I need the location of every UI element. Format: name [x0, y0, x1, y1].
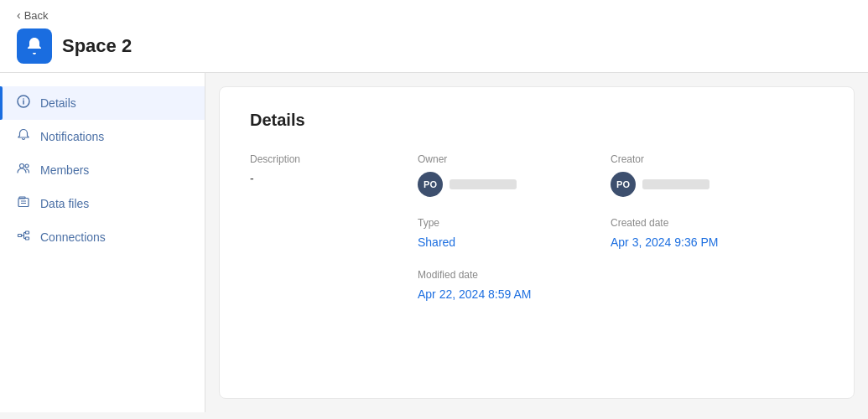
- sidebar-item-label: Notifications: [40, 130, 104, 143]
- sidebar-item-connections[interactable]: Connections: [0, 220, 205, 254]
- sidebar-item-label: Members: [40, 163, 89, 177]
- sidebar-item-label: Connections: [40, 230, 106, 244]
- svg-point-3: [20, 164, 24, 168]
- creator-label: Creator: [611, 153, 803, 165]
- details-heading: Details: [250, 111, 824, 130]
- spacer-section: [250, 269, 418, 301]
- main-layout: Details Notifications Members: [0, 73, 868, 412]
- details-panel: Details Description - Owner PO Creator: [219, 86, 855, 399]
- owner-avatar: PO: [418, 172, 443, 197]
- creator-section: Creator PO: [611, 153, 803, 197]
- type-value: Shared: [418, 235, 611, 249]
- owner-section: Owner PO: [418, 153, 611, 197]
- creator-user-row: PO: [611, 172, 803, 197]
- top-bar: ‹ Back Space 2: [0, 0, 868, 73]
- svg-rect-9: [18, 235, 22, 237]
- details-grid: Description - Owner PO Creator PO: [250, 153, 824, 301]
- creator-name-bar: [642, 179, 709, 189]
- svg-point-2: [23, 98, 24, 100]
- connections-icon: [17, 229, 30, 246]
- svg-rect-6: [18, 199, 29, 207]
- description-section: Description -: [250, 153, 418, 197]
- owner-label: Owner: [418, 153, 611, 165]
- members-icon: [17, 162, 30, 178]
- sidebar: Details Notifications Members: [0, 73, 205, 412]
- created-date-value: Apr 3, 2024 9:36 PM: [611, 235, 803, 249]
- sidebar-item-label: Data files: [40, 197, 89, 210]
- owner-name-bar: [450, 179, 517, 189]
- back-label: Back: [24, 9, 49, 22]
- details-icon: [17, 95, 30, 111]
- modified-date-label: Modified date: [418, 269, 611, 281]
- owner-user-row: PO: [418, 172, 611, 197]
- back-button[interactable]: ‹ Back: [17, 8, 851, 22]
- data-files-icon: [17, 195, 30, 212]
- modified-date-section: Modified date Apr 22, 2024 8:59 AM: [418, 269, 611, 301]
- description-label: Description: [250, 153, 418, 165]
- description-value: -: [250, 172, 418, 185]
- creator-avatar: PO: [611, 172, 636, 197]
- space-icon: [17, 28, 52, 64]
- sidebar-item-data-files[interactable]: Data files: [0, 187, 205, 220]
- notifications-icon: [17, 128, 30, 145]
- type-section: [250, 217, 418, 249]
- space-header: Space 2: [17, 28, 851, 64]
- type-value-section: Type Shared: [418, 217, 611, 249]
- sidebar-item-details[interactable]: Details: [0, 86, 205, 120]
- sidebar-item-notifications[interactable]: Notifications: [0, 120, 205, 153]
- space-title: Space 2: [62, 35, 132, 57]
- back-arrow-icon: ‹: [17, 8, 21, 22]
- created-date-label: Created date: [611, 217, 803, 229]
- modified-date-value: Apr 22, 2024 8:59 AM: [418, 287, 611, 301]
- sidebar-item-members[interactable]: Members: [0, 153, 205, 187]
- svg-point-4: [25, 164, 29, 168]
- type-label: Type: [418, 217, 611, 229]
- created-date-section: Created date Apr 3, 2024 9:36 PM: [611, 217, 803, 249]
- sidebar-item-label: Details: [40, 96, 76, 110]
- svg-rect-10: [26, 231, 29, 234]
- svg-rect-11: [26, 237, 29, 240]
